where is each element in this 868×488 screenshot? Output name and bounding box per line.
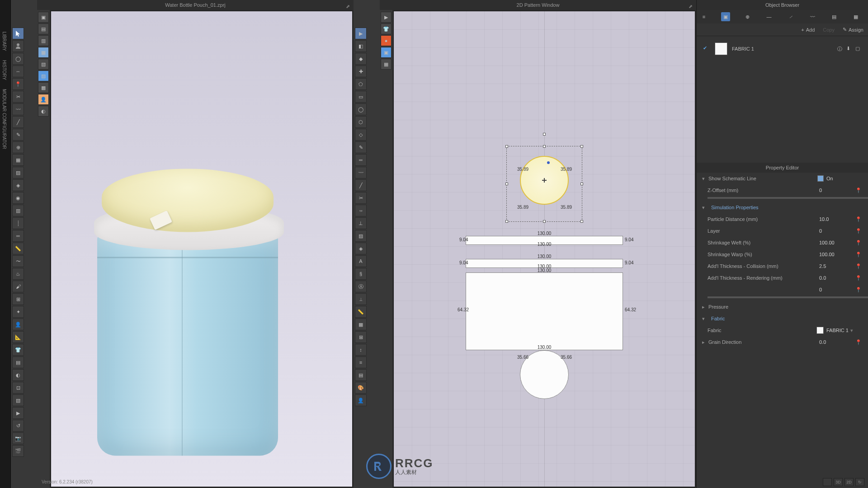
pom-tool[interactable]: ⟂ [355,293,367,305]
tab-button[interactable]: ⊕ [743,12,752,21]
pin-icon[interactable]: 📍 [855,216,863,222]
uv-tool[interactable]: ⊡ [12,382,24,394]
avatar-edit-tool[interactable]: 👤 [12,319,24,330]
tab-stitch[interactable]: — [764,12,774,21]
selection-handle-ml[interactable] [505,183,508,185]
brush-tool[interactable]: 🖌 [12,281,24,292]
pattern-top-circle[interactable] [520,156,569,205]
gizmo-tool[interactable]: ✦ [12,306,24,318]
collapse-arrow-icon[interactable]: ▾ [702,316,707,322]
texture-tool[interactable]: ▨ [12,167,24,178]
viewport-2d-canvas[interactable]: 35.89 35.89 35.89 35.89 130.00 9.04 9.04… [393,11,695,487]
pin-icon[interactable]: 📍 [855,275,863,281]
graphic-tool[interactable]: ◈ [12,179,24,191]
collapse-arrow-icon[interactable]: ▸ [702,304,707,310]
tab-print[interactable]: ▤ [830,12,839,21]
shade-translucent-tool[interactable]: ▧ [38,59,49,70]
z-offset-slider[interactable] [708,197,868,199]
schematic-checkbox[interactable] [817,175,824,182]
library-tab[interactable]: LIBRARY [0,27,10,56]
lasso-tool[interactable]: ◯ [12,53,24,65]
avatar-size-tool[interactable]: 📐 [12,331,24,343]
zipper-tool[interactable]: ▥ [12,205,24,216]
tab-scene[interactable]: ≡ [699,12,708,21]
view-mode-1-button[interactable] [823,478,832,486]
pin-tool[interactable]: 📍 [12,78,24,90]
simulate-tool[interactable]: ▶ [12,407,24,419]
selection-handle-bc[interactable] [543,220,546,223]
shade-textured-tool[interactable]: ▣ [38,12,49,23]
transform-pattern-tool[interactable]: ◧ [355,40,367,52]
shade-monochrome-tool[interactable]: ▥ [38,35,49,46]
pin-icon[interactable]: 📍 [855,188,863,193]
garment-fit-tool[interactable]: 👕 [12,344,24,356]
measure-tool[interactable]: 📏 [12,243,24,254]
simulation-properties-section[interactable]: Simulation Properties [708,205,759,210]
avatar-2d-tool[interactable]: 👤 [355,394,367,406]
viewport-3d-canvas[interactable] [51,11,353,487]
selection-handle-mr[interactable] [580,183,583,185]
select-tool[interactable] [12,28,24,39]
sew-tool[interactable]: 〰 [12,103,24,115]
print-layout-tool[interactable]: ▤ [355,369,367,381]
polygon-tool[interactable]: ⬠ [355,78,367,90]
shade-stress-tool[interactable]: ▨ [38,70,49,81]
annotation-tool[interactable]: A [355,255,367,267]
modular-configurator-tab[interactable]: MODULAR CONFIGURATOR [0,84,10,154]
grain-direction-value[interactable]: 0.0 [819,339,855,345]
show-avatar-tool[interactable]: 👤 [38,94,49,105]
selection-handle-bl[interactable] [505,220,508,223]
pin-icon[interactable]: 📍 [855,228,863,234]
seam-allowance-tool[interactable]: ═ [355,154,367,166]
align-tool[interactable]: ≡ [355,357,367,368]
arrange-tool[interactable]: ⊞ [12,293,24,305]
reset-tool[interactable]: ↺ [12,420,24,432]
selection-handle-tc[interactable] [543,145,546,148]
add-button[interactable]: +Add [801,27,815,33]
tape-tool[interactable]: 〜 [12,255,24,267]
check-icon[interactable]: ✔ [703,45,710,52]
addl-collision-value[interactable]: 2.5 [819,263,855,269]
move-tool[interactable]: ↔ [12,66,24,77]
binding-tool[interactable]: ◈ [355,243,367,254]
fold-tool[interactable]: ⎃ [355,205,367,216]
download-icon[interactable]: ⬇ [846,46,853,52]
tab-seam[interactable]: ⟋ [786,12,795,21]
shrink-warp-value[interactable]: 100.00 [819,252,855,257]
segment-sew-tool[interactable]: 〰 [355,167,367,178]
pin-icon[interactable]: 📍 [855,263,863,269]
add-point-tool[interactable]: ✚ [355,66,367,77]
z-offset-value[interactable]: 0 [819,188,855,193]
history-tab[interactable]: HISTORY [0,56,10,84]
dart-tool[interactable]: ◇ [355,129,367,141]
internal-polygon-tool[interactable]: ⬡ [355,116,367,128]
tab-fabric[interactable]: ▣ [721,12,730,21]
fabric-list-item[interactable]: ✔ FABRIC 1 ⓘ ⬇ ▢ [700,40,864,58]
unnamed-slider[interactable] [708,296,868,298]
refresh-button[interactable]: ↻ [855,478,864,486]
2d-show-grid-tool[interactable]: ▦ [381,59,392,70]
pin-icon[interactable]: 📍 [855,339,863,345]
assign-button[interactable]: ✎Assign [843,27,863,33]
trace-tool[interactable]: ✎ [355,141,367,153]
symbol-tool[interactable]: § [355,268,367,280]
tack-tool[interactable]: ⊕ [12,141,24,153]
popout-3d-icon[interactable]: ⬈ [344,1,351,8]
pattern-measure-tool[interactable]: 📏 [355,306,367,318]
steam-tool[interactable]: ♨ [12,268,24,280]
pin-icon[interactable]: 📍 [855,252,863,258]
collapse-arrow-icon[interactable]: ▾ [702,176,707,182]
edit-pattern-tool[interactable]: ▶ [355,28,367,39]
grainline-tool[interactable]: ↕ [355,344,367,356]
button-tool[interactable]: ◉ [12,192,24,204]
ellipse-tool[interactable]: ◯ [355,103,367,115]
copy-button[interactable]: Copy [823,27,835,33]
show-hair-tool[interactable]: ◐ [38,106,49,117]
collapse-arrow-icon[interactable]: ▸ [702,339,707,345]
grading-tool[interactable]: ▦ [355,319,367,330]
snapshot-tool[interactable]: 📷 [12,432,24,444]
animation-tool[interactable]: 🎬 [12,445,24,457]
rectangle-tool[interactable]: ▭ [355,91,367,103]
free-sew-2d-tool[interactable]: ╱ [355,179,367,191]
selection-handle-tl[interactable] [505,145,508,148]
